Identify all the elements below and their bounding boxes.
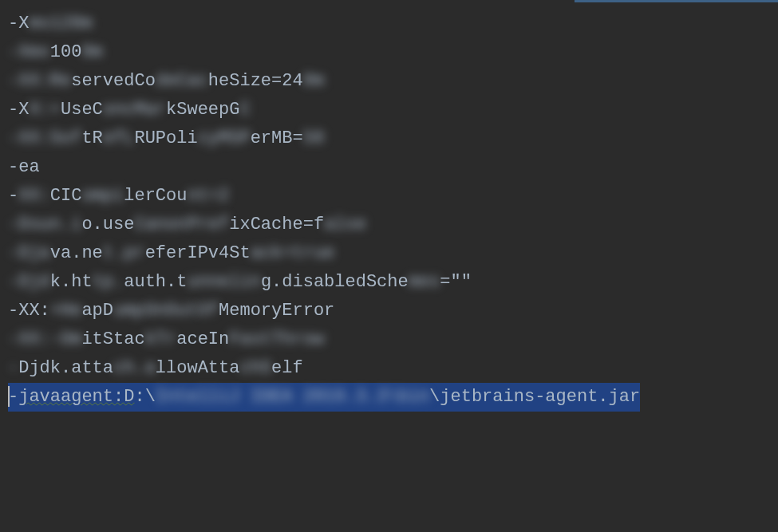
text-segment: elf — [271, 358, 303, 378]
text-segment: heSize=24 — [208, 71, 303, 91]
text-segment: auth.t — [124, 272, 187, 292]
text-segment: aceIn — [176, 329, 229, 349]
text-segment: -Dja — [8, 243, 50, 263]
text-segment: IntelliJ IDEA 2019.3.3\bin — [156, 387, 429, 407]
text-segment: \jetbrains-agent.jar — [429, 387, 640, 407]
text-segment: ef — [145, 243, 166, 263]
text-segment: -X — [8, 14, 29, 33]
text-segment: k.ht — [50, 272, 93, 292]
text-segment: Djdk.atta — [18, 358, 113, 378]
text-segment: va.ne — [50, 243, 103, 263]
text-segment: CIC — [50, 186, 82, 206]
text-segment: kSweepG — [166, 100, 239, 120]
text-segment: alse — [324, 215, 366, 234]
text-segment: kTr — [145, 329, 177, 349]
text-segment: efL — [103, 128, 135, 148]
editor-line[interactable]: -XX:-OmitStackTraceInFastThrow — [8, 325, 770, 354]
text-segment: cyMSP — [198, 128, 251, 148]
text-segment: UseC — [61, 100, 103, 120]
editor-line[interactable]: -javaagent:D:\IntelliJ IDEA 2019.3.3\bin… — [8, 383, 770, 412]
text-segment: ch.a — [113, 358, 156, 378]
text-segment: X:+ — [29, 100, 61, 120]
text-segment: ompi — [81, 186, 124, 206]
editor-line[interactable]: -Djava.net.preferIPv4Stack=true — [8, 239, 770, 268]
text-segment: llowAtta — [156, 358, 240, 378]
text-segment: -XX:Sof — [8, 128, 81, 148]
text-segment: unnelin — [187, 272, 260, 292]
text-segment: 0m — [303, 71, 324, 91]
text-segment: 100 — [50, 42, 82, 62]
text-segment: -XX:-Om — [8, 329, 81, 349]
text-segment: XX: — [18, 186, 50, 206]
text-segment: Of — [198, 301, 219, 321]
text-segment: Pref — [187, 215, 229, 234]
text-segment: -Xmx — [8, 42, 50, 62]
progress-indicator — [575, 0, 778, 2]
text-segment: nt=2 — [187, 186, 229, 206]
editor-line[interactable]: -ea — [8, 153, 770, 182]
text-segment: -X — [8, 100, 29, 120]
text-segment: - — [8, 358, 18, 378]
text-segment: +He — [50, 301, 82, 321]
text-segment: lerCou — [124, 186, 187, 206]
text-segment: tp. — [93, 272, 124, 292]
editor-line[interactable]: -Xmx1000m — [8, 38, 770, 67]
text-segment: MemoryError — [219, 301, 334, 321]
text-segment: 50 — [303, 128, 324, 148]
editor-line[interactable]: -XX:SoftRefLRUPolicyMSPerMB=50 — [8, 124, 770, 153]
text-segment: chS — [239, 358, 271, 378]
text-segment: -Djd — [8, 272, 50, 292]
text-segment: -ea — [8, 157, 40, 177]
text-segment: ms128m — [29, 14, 92, 33]
text-segment: tR — [81, 128, 102, 148]
text-segment: RUPoli — [134, 128, 197, 148]
text-segment: servedCo — [71, 71, 156, 91]
text-segment: erIPv4St — [166, 243, 251, 263]
text-segment: o.use — [81, 215, 134, 234]
text-segment: :\ — [134, 387, 155, 407]
text-segment: 0m — [81, 42, 102, 62]
text-segment: -Dsun.i — [8, 215, 81, 234]
editor-line[interactable]: -XX:+UseConcMarkSweepGC — [8, 96, 770, 124]
text-segment: erMB= — [251, 128, 303, 148]
code-editor[interactable]: -Xms128m-Xmx1000m-XX:ReservedCodeCacheSi… — [0, 5, 778, 416]
text-segment: t.pr — [103, 243, 145, 263]
editor-line[interactable]: -XX:ReservedCodeCacheSize=240m — [8, 67, 770, 96]
text-segment: FastThrow — [229, 329, 324, 349]
text-segment: apD — [81, 301, 113, 321]
editor-line[interactable]: -XX:+HeapDumpOnOutOfMemoryError — [8, 297, 770, 325]
text-segment: OnOut — [145, 301, 198, 321]
text-segment: - — [8, 387, 18, 407]
selected-line[interactable]: -javaagent:D:\IntelliJ IDEA 2019.3.3\bin… — [8, 383, 640, 412]
text-segment: -XX:Re — [8, 71, 71, 91]
text-segment: - — [8, 186, 18, 206]
text-segment: ump — [113, 301, 145, 321]
text-segment: itStac — [81, 329, 144, 349]
text-segment: g.disabledSche — [261, 272, 409, 292]
editor-line[interactable]: -Djdk.http.auth.tunneling.disabledScheme… — [8, 268, 770, 297]
editor-line[interactable]: -Djdk.attach.allowAttachSelf — [8, 354, 770, 383]
text-segment: Canon — [134, 215, 187, 234]
editor-line[interactable]: -XX:CICompilerCount=2 — [8, 182, 770, 211]
text-segment: deCac — [156, 71, 208, 91]
text-segment: ixCache=f — [229, 215, 324, 234]
editor-line[interactable]: -Dsun.io.useCanonPrefixCache=false — [8, 211, 770, 239]
text-segment: mes — [409, 272, 440, 292]
text-segment: oncMar — [103, 100, 166, 120]
text-segment: ="" — [440, 272, 472, 292]
text-segment: ack=true — [251, 243, 335, 263]
text-segment: -XX: — [8, 301, 50, 321]
text-segment: javaagent:D — [18, 387, 134, 407]
editor-line[interactable]: -Xms128m — [8, 10, 770, 38]
text-segment: C — [239, 100, 250, 120]
